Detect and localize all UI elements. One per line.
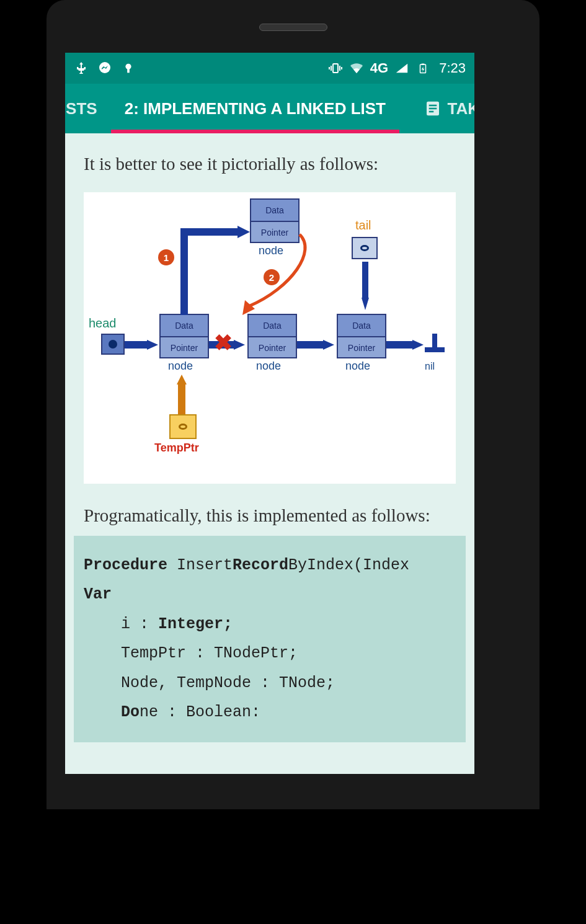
svg-rect-2: [127, 68, 130, 73]
code-line-1: Procedure InsertRecordByIndex(Index: [84, 551, 456, 580]
linked-list-diagram: Data Pointer node tail head Data Pointer: [84, 192, 456, 484]
diagram-step2-badge: 2: [264, 269, 280, 285]
diagram-step1-badge: 1: [158, 249, 174, 265]
arrow-tempptr: [178, 375, 190, 415]
vibrate-icon: [328, 61, 343, 76]
lesson-card: It is better to see it pictorially as fo…: [74, 142, 466, 742]
code-line-6: Done : Boolean:: [84, 698, 456, 727]
debug-icon: [121, 61, 136, 76]
svg-marker-13: [147, 340, 158, 350]
tab-bar: D LISTS 2: IMPLEMENTING A LINKED LIST TA…: [65, 84, 474, 133]
tab-lists-label: D LISTS: [65, 99, 97, 118]
svg-rect-8: [429, 108, 437, 110]
diagram-data-label: Data: [251, 200, 298, 221]
arrow-head-to-n1: [125, 340, 159, 353]
content-area[interactable]: It is better to see it pictorially as fo…: [65, 133, 474, 751]
svg-rect-7: [429, 105, 437, 107]
svg-marker-23: [242, 300, 255, 315]
diagram-tail-label: tail: [355, 218, 371, 233]
tab-implementing-label: 2: IMPLEMENTING A LINKED LIST: [125, 99, 386, 118]
signal-icon: [394, 61, 409, 76]
diagram-tail-box: [352, 237, 378, 259]
diagram-tempptr-label: TempPtr: [154, 442, 199, 455]
diagram-tempptr-box: [169, 414, 197, 439]
code-line-2: Var: [84, 580, 456, 610]
diagram-node-3: Data Pointer: [337, 314, 386, 358]
code-block: Procedure InsertRecordByIndex(Index Var …: [74, 536, 466, 742]
tab-implementing[interactable]: 2: IMPLEMENTING A LINKED LIST: [111, 84, 399, 133]
code-line-5: Node, TempNode : TNode;: [84, 669, 456, 698]
arrow-tail-down: [362, 262, 374, 311]
messenger-icon: [97, 61, 112, 76]
svg-rect-9: [429, 111, 434, 113]
code-line-4: TempPtr : TNodePtr;: [84, 639, 456, 669]
svg-rect-5: [422, 64, 425, 65]
diagram-head-label: head: [89, 316, 117, 331]
diagram-x-mark: ✖: [214, 330, 233, 356]
tab-take-notes-label: TAK: [447, 99, 474, 118]
intro-text: It is better to see it pictorially as fo…: [84, 152, 456, 176]
diagram-head-box: [101, 334, 125, 355]
notes-icon: [424, 99, 442, 118]
diagram-node-2: Data Pointer: [247, 314, 297, 358]
arrow-n3-to-nil: [386, 340, 426, 353]
phone-speaker: [259, 24, 327, 31]
svg-rect-3: [333, 64, 338, 73]
network-label: 4G: [370, 60, 388, 76]
status-bar: 4G 7:23: [65, 53, 474, 84]
clock: 7:23: [439, 60, 466, 76]
svg-marker-17: [323, 340, 334, 350]
svg-marker-15: [234, 340, 245, 350]
tab-take-notes[interactable]: TAK: [410, 84, 474, 133]
code-line-3: i : Integer;: [84, 610, 456, 639]
diagram-node-1: Data Pointer: [159, 314, 209, 358]
arrow-n2-to-n3: [297, 340, 337, 353]
svg-marker-11: [362, 298, 369, 310]
svg-marker-25: [177, 375, 187, 384]
wifi-icon: [349, 61, 364, 76]
usb-icon: [74, 61, 89, 76]
diagram-nil-label: nil: [425, 361, 435, 372]
battery-icon: [415, 61, 430, 76]
second-text: Programatically, this is implemented as …: [84, 502, 456, 530]
diagram-nil-symbol: [424, 334, 448, 356]
svg-marker-19: [412, 340, 424, 350]
tab-lists[interactable]: D LISTS: [65, 84, 111, 133]
screen: 4G 7:23 D LISTS 2: IMPLEMENTING A LINKED…: [65, 53, 474, 774]
